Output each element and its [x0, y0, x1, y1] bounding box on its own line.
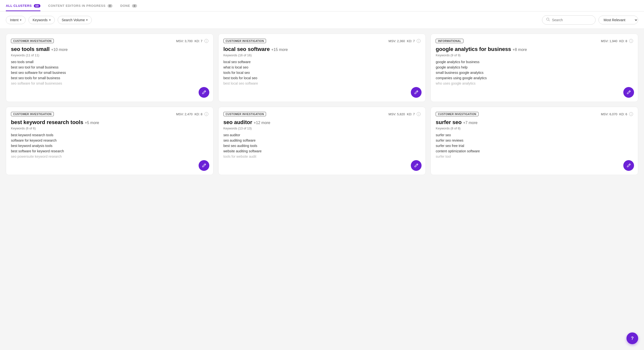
- info-icon[interactable]: i: [629, 112, 633, 116]
- keyword-item: website auditing software: [224, 149, 421, 153]
- card-title-text: seo auditor: [224, 119, 252, 125]
- card-title-more: +10 more: [51, 48, 68, 52]
- keyword-item: best seo software for small business: [11, 71, 208, 75]
- card-header: CUSTOMER INVESTIGATIONMSV: 2,470KD: 8i: [11, 112, 208, 116]
- keyword-list: surfer seosurfer seo reviewssurfer seo f…: [436, 133, 633, 158]
- kd-label: KD: 7: [407, 112, 415, 116]
- filter-btn-search-volume[interactable]: Search Volume▾: [58, 16, 92, 24]
- keyword-item: seo powersuite keyword research: [11, 154, 208, 158]
- card-title-more: +8 more: [512, 48, 527, 52]
- keyword-list: local seo softwarewhat is local seotools…: [224, 60, 421, 85]
- keyword-item: best tools for local seo: [224, 76, 421, 80]
- keyword-item: best seo auditing tools: [224, 144, 421, 148]
- search-box[interactable]: [542, 15, 596, 25]
- card-header: INFORMATIONALMSV: 1,940KD: 8i: [436, 39, 633, 43]
- info-icon[interactable]: i: [204, 112, 208, 116]
- tab-content-editors[interactable]: CONTENT EDITORS IN PROGRESS0: [48, 0, 112, 11]
- card-title-text: surfer seo: [436, 119, 462, 125]
- keyword-list: seo tools smallbest seo tool for small b…: [11, 60, 208, 85]
- kd-label: KD: 7: [194, 39, 202, 43]
- info-icon[interactable]: i: [204, 39, 208, 43]
- keyword-list: google analytics for businessgoogle anal…: [436, 60, 633, 85]
- card-header: CUSTOMER INVESTIGATIONMSV: 3,700KD: 7i: [11, 39, 208, 43]
- card-title: google analytics for business+8 more: [436, 46, 633, 52]
- search-input[interactable]: [552, 18, 592, 22]
- edit-button[interactable]: [623, 87, 634, 98]
- intent-badge: CUSTOMER INVESTIGATION: [436, 112, 478, 116]
- msv-label: MSV: 2,360: [388, 39, 405, 43]
- keyword-item: surfer seo free trial: [436, 144, 633, 148]
- card-title: surfer seo+7 more: [436, 119, 633, 125]
- kd-label: KD: 7: [407, 39, 415, 43]
- keyword-item: tools for local seo: [224, 71, 421, 75]
- keyword-item: best software for keyword research: [11, 149, 208, 153]
- filter-label-keywords: Keywords: [32, 18, 48, 22]
- edit-button[interactable]: [198, 160, 209, 171]
- keyword-item: software for keyword research: [11, 138, 208, 142]
- card-title-more: +7 more: [463, 121, 478, 125]
- tab-badge-content-editors: 0: [108, 4, 113, 8]
- keyword-list: best keyword research toolssoftware for …: [11, 133, 208, 158]
- info-icon[interactable]: i: [417, 112, 420, 116]
- keyword-item: seo auditor: [224, 133, 421, 137]
- card-meta: MSV: 2,470KD: 8i: [176, 112, 208, 116]
- keyword-list: seo auditorseo auditing softwarebest seo…: [224, 133, 421, 158]
- filter-btn-intent[interactable]: Intent▾: [6, 16, 26, 24]
- info-icon[interactable]: i: [629, 39, 633, 43]
- chevron-down-icon: ▾: [20, 18, 22, 22]
- card-keywords-count: Keywords (13 of 13): [224, 126, 421, 130]
- card-meta: MSV: 1,940KD: 8i: [601, 39, 633, 43]
- card-keywords-count: Keywords (8 of 8): [436, 126, 633, 130]
- card-meta: MSV: 2,360KD: 7i: [388, 39, 420, 43]
- intent-badge: CUSTOMER INVESTIGATION: [11, 112, 54, 116]
- keyword-item: what is local seo: [224, 65, 421, 69]
- card-title-more: +5 more: [85, 121, 99, 125]
- cluster-card-3: INFORMATIONALMSV: 1,940KD: 8igoogle anal…: [430, 34, 638, 102]
- keyword-item: local seo software: [224, 60, 421, 64]
- card-meta: MSV: 5,820KD: 7i: [388, 112, 420, 116]
- tab-badge-done: 0: [132, 4, 137, 8]
- edit-button[interactable]: [411, 160, 422, 171]
- cluster-card-2: CUSTOMER INVESTIGATIONMSV: 2,360KD: 7ilo…: [218, 34, 426, 102]
- info-icon[interactable]: i: [417, 39, 420, 43]
- filter-btn-keywords[interactable]: Keywords▾: [28, 16, 54, 24]
- svg-line-1: [549, 20, 550, 21]
- sort-select[interactable]: Most RelevantMSV High to LowMSV Low to H…: [598, 16, 638, 24]
- card-title-text: local seo software: [224, 46, 270, 52]
- keyword-item: surfer seo reviews: [436, 138, 633, 142]
- card-title: best keyword research tools+5 more: [11, 119, 208, 125]
- edit-button[interactable]: [623, 160, 634, 171]
- keyword-item: best seo tool for small business: [11, 65, 208, 69]
- card-title-text: google analytics for business: [436, 46, 511, 52]
- tab-all-clusters[interactable]: ALL CLUSTERS69: [6, 0, 40, 11]
- card-meta: MSV: 6,070KD: 6i: [601, 112, 633, 116]
- intent-badge: CUSTOMER INVESTIGATION: [11, 39, 54, 43]
- card-meta: MSV: 3,700KD: 7i: [176, 39, 208, 43]
- keyword-item: surfer seo: [436, 133, 633, 137]
- msv-label: MSV: 1,940: [601, 39, 617, 43]
- tab-label-content-editors: CONTENT EDITORS IN PROGRESS: [48, 4, 106, 8]
- keyword-item: google analytics help: [436, 65, 633, 69]
- keyword-item: seo tools small: [11, 60, 208, 64]
- kd-label: KD: 8: [619, 39, 627, 43]
- card-title-more: +15 more: [271, 48, 288, 52]
- keyword-item: companies using google analytics: [436, 76, 633, 80]
- keyword-item: surfer tool: [436, 154, 633, 158]
- tab-done[interactable]: DONE0: [120, 0, 137, 11]
- kd-label: KD: 8: [194, 112, 202, 116]
- chevron-down-icon: ▾: [86, 18, 88, 22]
- edit-button[interactable]: [198, 87, 209, 98]
- card-keywords-count: Keywords (11 of 11): [11, 53, 208, 57]
- edit-button[interactable]: [411, 87, 422, 98]
- card-keywords-count: Keywords (16 of 16): [224, 53, 421, 57]
- toolbar: Intent▾Keywords▾Search Volume▾ Most Rele…: [0, 12, 644, 29]
- card-title: seo tools small+10 more: [11, 46, 208, 52]
- card-header: CUSTOMER INVESTIGATIONMSV: 2,360KD: 7i: [224, 39, 421, 43]
- card-header: CUSTOMER INVESTIGATIONMSV: 6,070KD: 6i: [436, 112, 633, 116]
- keyword-item: best seo tools for small business: [11, 76, 208, 80]
- card-keywords-count: Keywords (6 of 6): [11, 126, 208, 130]
- card-title-text: seo tools small: [11, 46, 50, 52]
- card-title-more: +12 more: [254, 121, 270, 125]
- filter-label-intent: Intent: [10, 18, 18, 22]
- msv-label: MSV: 6,070: [601, 112, 617, 116]
